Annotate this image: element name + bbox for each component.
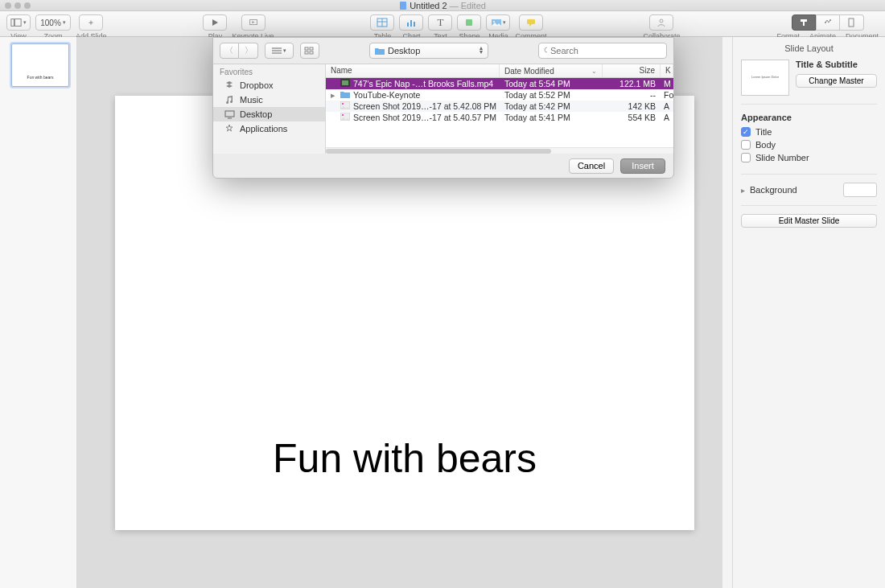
slide-title-text[interactable]: Fun with bears [115,435,694,482]
sidebar-item-dropbox[interactable]: Dropbox [213,78,325,93]
col-date[interactable]: Date Modified⌄ [500,64,603,77]
file-size: 142 KB [603,101,661,111]
window-title-text: Untitled 2 [410,1,447,10]
file-row[interactable]: 747's Epic Nap -…t Brooks Falls.mp4Today… [326,78,673,89]
animate-button[interactable] [816,14,840,31]
search-input[interactable] [550,46,661,56]
title-checkbox-label: Title [755,127,772,137]
inspector-header: Slide Layout [741,43,877,53]
insert-button[interactable]: Insert [620,158,665,174]
folder-icon [375,47,385,55]
document-button[interactable] [840,14,864,31]
background-swatch[interactable] [843,183,877,197]
title-checkbox[interactable]: ✓Title [741,127,877,137]
play-button[interactable] [203,14,227,31]
svg-rect-0 [400,2,406,10]
image-file-icon [340,101,350,111]
master-thumbnail[interactable]: Lorem Ipsum Dolor [741,60,789,96]
view-mode-button[interactable]: ▾ [265,43,294,59]
col-name[interactable]: Name [326,64,500,77]
edit-master-slide-button[interactable]: Edit Master Slide [741,214,877,228]
col-size[interactable]: Size [603,64,661,77]
sidebar-item-music[interactable]: Music [213,93,325,107]
group-button[interactable] [300,43,319,59]
slide-thumbnail[interactable]: Fun with bears [11,43,69,87]
file-row[interactable]: Screen Shot 2019…-17 at 5.40.57 PMToday … [326,112,673,123]
svg-point-15 [825,22,826,23]
add-slide-button[interactable]: ＋ [79,14,103,31]
body-checkbox[interactable]: Body [741,140,877,150]
chart-button[interactable] [399,14,423,31]
svg-rect-21 [305,47,308,50]
nav-back-button[interactable]: 〈 [220,43,239,59]
svg-rect-23 [305,51,308,54]
scroll-thumb[interactable] [326,149,551,154]
column-headers: Name Date Modified⌄ Size K [326,64,673,78]
window-titlebar: Untitled 2 — Edited [0,0,885,11]
search-field[interactable] [538,43,667,59]
location-popup[interactable]: Desktop ▴▾ [369,43,488,59]
file-kind: Fo [661,90,673,100]
svg-rect-9 [414,22,415,27]
slidenum-checkbox-label: Slide Number [755,153,809,162]
file-kind: A [661,101,673,111]
sidebar-item-applications[interactable]: Applications [213,121,325,136]
view-button[interactable]: ▾ [6,14,31,31]
zoom-button[interactable]: 100%▾ [35,14,71,31]
file-size: 554 KB [603,113,661,122]
desktop-icon [224,109,235,119]
file-date: Today at 5:42 PM [500,101,603,111]
file-row[interactable]: Screen Shot 2019…-17 at 5.42.08 PMToday … [326,101,673,112]
sidebar-label: Desktop [240,109,272,119]
change-master-button[interactable]: Change Master [796,74,877,88]
image-file-icon [340,113,350,122]
collaborate-button[interactable] [649,14,673,31]
disclosure-icon[interactable]: ▸ [329,90,337,100]
sidebar-item-desktop[interactable]: Desktop [213,107,325,121]
dialog-footer: Cancel Insert [213,154,673,178]
dialog-sidebar: Favorites Dropbox Music Desktop Applicat… [213,64,326,154]
sidebar-label: Music [240,95,263,105]
file-list: Name Date Modified⌄ Size K 747's Epic Na… [326,64,673,154]
svg-point-25 [545,47,547,52]
shape-button[interactable] [457,14,481,31]
video-file-icon [340,79,350,88]
svg-point-34 [342,114,344,116]
text-button[interactable]: T [428,14,452,31]
grid-icon [304,47,315,55]
file-kind: A [661,113,673,122]
media-button[interactable]: ▾ [486,14,510,31]
popup-arrows-icon: ▴▾ [480,47,483,55]
layout-name: Title & Subtitle [796,60,877,69]
format-button[interactable] [792,14,816,31]
table-button[interactable] [370,14,394,31]
comment-button[interactable] [519,14,543,31]
nav-forward-button[interactable]: 〉 [239,43,258,59]
file-row[interactable]: ▸YouTube-KeynoteToday at 5:52 PM--Fo [326,89,673,101]
file-date: Today at 5:41 PM [500,113,603,122]
window-title: Untitled 2 — Edited [0,1,885,10]
keynote-live-button[interactable] [241,14,266,31]
file-name: Screen Shot 2019…-17 at 5.42.08 PM [353,101,496,111]
disclosure-triangle-icon[interactable]: ▸ [741,186,745,195]
dropbox-icon [224,80,235,90]
folder-file-icon [340,90,350,100]
toolbar: ▾View 100%▾Zoom ＋Add Slide Play Keynote … [0,11,885,37]
applications-icon [224,124,235,134]
slide-navigator[interactable]: 1 Fun with bears [0,37,77,588]
svg-rect-10 [466,19,472,26]
master-caption: Lorem Ipsum Dolor [751,76,779,80]
slide-number-checkbox[interactable]: Slide Number [741,153,877,162]
vertical-scrollbar[interactable] [722,37,732,588]
cancel-button[interactable]: Cancel [569,158,614,174]
svg-rect-27 [225,111,234,117]
music-icon [224,95,235,105]
background-row[interactable]: ▸ Background [741,183,877,197]
svg-rect-22 [310,47,313,50]
svg-rect-2 [14,19,21,27]
file-date: Today at 5:54 PM [500,79,603,88]
col-kind[interactable]: K [661,64,673,77]
horizontal-scrollbar[interactable] [326,147,673,154]
location-label: Desktop [388,46,420,56]
search-icon [544,47,547,55]
